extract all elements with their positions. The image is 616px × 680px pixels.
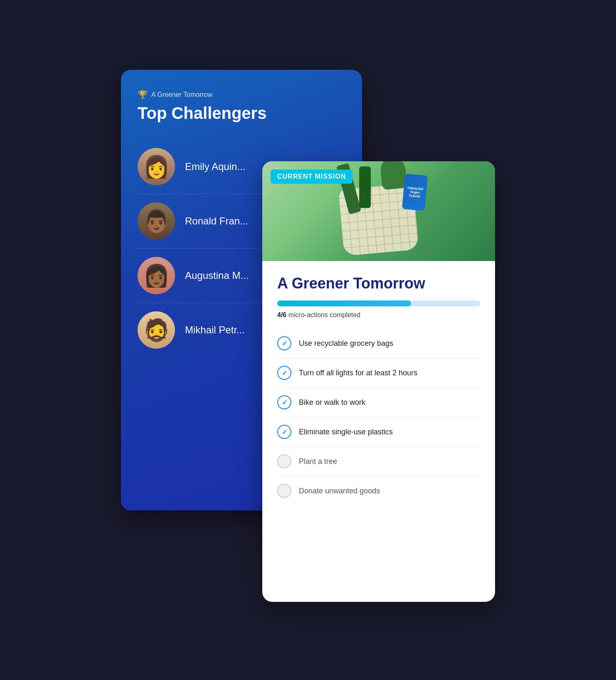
list-item: ✓ Use recyclable grocery bags (277, 329, 480, 358)
back-card-header: 🏆 A Greener Tomorrow Top Challengers (138, 90, 345, 123)
front-card: TABAUSH Vegan Tzatziki CURRENT MISSION A… (262, 161, 495, 602)
list-item: ✓ Bike or walk to work (277, 388, 480, 417)
mission-image: TABAUSH Vegan Tzatziki CURRENT MISSION (262, 161, 495, 261)
check-icon-completed: ✓ (277, 425, 291, 439)
action-text: Eliminate single-use plastics (299, 428, 393, 436)
card-title: Top Challengers (138, 103, 345, 123)
current-mission-badge: CURRENT MISSION (271, 170, 352, 184)
avatar: 👨🏾 (138, 202, 175, 240)
check-icon-pending (277, 484, 291, 498)
list-item: ✓ Turn off all lights for at least 2 hou… (277, 358, 480, 388)
check-icon-completed: ✓ (277, 366, 291, 380)
check-icon-completed: ✓ (277, 336, 291, 350)
checkmark: ✓ (282, 428, 287, 436)
progress-text: micro-actions completed (288, 311, 360, 318)
challenger-name: Emily Aquin... (185, 161, 245, 172)
mission-content: A Greener Tomorrow 4/6 micro-actions com… (262, 261, 495, 519)
progress-label: 4/6 micro-actions completed (277, 311, 480, 319)
avatar: 👩 (138, 148, 175, 185)
brand-name: A Greener Tomorrow (151, 91, 212, 99)
action-text: Turn off all lights for at least 2 hours (299, 369, 417, 377)
checkmark: ✓ (282, 399, 287, 407)
check-icon-completed: ✓ (277, 395, 291, 409)
mission-title: A Greener Tomorrow (277, 274, 480, 292)
progress-count: 4/6 (277, 311, 286, 318)
action-text: Use recyclable grocery bags (299, 339, 393, 348)
action-list: ✓ Use recyclable grocery bags ✓ Turn off… (277, 329, 480, 505)
list-item: Donate unwanted goods (277, 476, 480, 505)
avatar: 🧔 (138, 311, 175, 349)
checkmark: ✓ (282, 340, 287, 347)
checkmark: ✓ (282, 369, 287, 377)
avatar: 👩🏾 (138, 257, 175, 294)
trophy-icon: 🏆 (138, 90, 148, 100)
list-item: ✓ Eliminate single-use plastics (277, 417, 480, 447)
challenger-name: Augustina M... (185, 270, 249, 281)
brand-row: 🏆 A Greener Tomorrow (138, 90, 345, 100)
progress-bar-fill (277, 301, 411, 306)
scene: 🏆 A Greener Tomorrow Top Challengers 👩 E… (121, 70, 495, 610)
challenger-name: Mikhail Petr... (185, 324, 245, 336)
progress-bar-container (277, 301, 480, 306)
action-text: Bike or walk to work (299, 398, 365, 407)
check-icon-pending (277, 454, 291, 468)
challenger-name: Ronald Fran... (185, 215, 248, 227)
action-text: Plant a tree (299, 457, 337, 466)
list-item: Plant a tree (277, 447, 480, 476)
action-text: Donate unwanted goods (299, 487, 380, 495)
